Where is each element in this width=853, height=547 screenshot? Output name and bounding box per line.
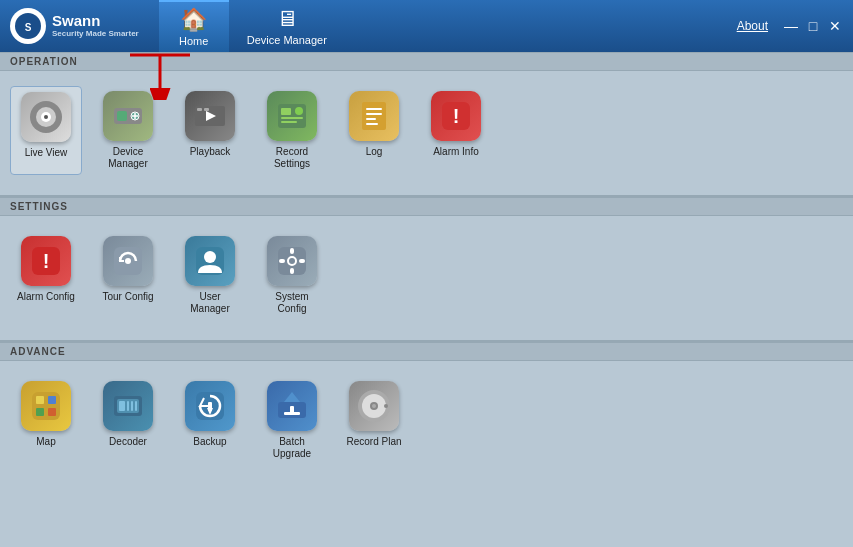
tab-home[interactable]: 🏠 Home	[159, 0, 229, 52]
system-config-icon	[274, 243, 310, 279]
backup-label: Backup	[193, 436, 226, 448]
tab-device-manager[interactable]: 🖥 Device Manager	[229, 0, 345, 52]
svg-rect-22	[366, 108, 382, 110]
svg-rect-42	[36, 396, 44, 404]
map-icon-box	[21, 381, 71, 431]
svg-point-33	[204, 251, 216, 263]
device-manager-icon: 🖥	[276, 6, 298, 32]
app-icon-live-view[interactable]: Live View	[10, 86, 82, 175]
device-manager-icon	[110, 98, 146, 134]
live-view-label: Live View	[25, 147, 68, 159]
app-icon-map[interactable]: Map	[10, 376, 82, 465]
svg-rect-38	[290, 268, 294, 274]
close-button[interactable]: ✕	[827, 18, 843, 34]
svg-rect-45	[48, 408, 56, 416]
logo-sub-text: Security Made Smarter	[52, 30, 139, 39]
svg-rect-19	[281, 121, 297, 123]
svg-rect-44	[36, 408, 44, 416]
app-icon-user-manager[interactable]: User Manager	[174, 231, 246, 320]
batch-upgrade-icon	[274, 388, 310, 424]
live-view-icon	[28, 99, 64, 135]
svg-rect-54	[208, 402, 212, 411]
about-link[interactable]: About	[737, 19, 768, 33]
playback-label: Playback	[190, 146, 231, 158]
app-icon-record-plan[interactable]: Record Plan	[338, 376, 410, 465]
device-manager-icon-box	[103, 91, 153, 141]
app-icon-log[interactable]: Log	[338, 86, 410, 175]
app-icon-alarm-config[interactable]: ! Alarm Config	[10, 231, 82, 320]
title-bar: S Swann Security Made Smarter 🏠 Home 🖥 D…	[0, 0, 853, 52]
record-plan-icon	[356, 388, 392, 424]
svg-rect-43	[48, 396, 56, 404]
home-icon: 🏠	[180, 7, 207, 33]
svg-text:!: !	[453, 105, 460, 127]
svg-rect-24	[366, 118, 376, 120]
restore-button[interactable]: □	[805, 18, 821, 34]
app-icon-backup[interactable]: Backup	[174, 376, 246, 465]
svg-point-20	[295, 107, 303, 115]
app-icon-batch-upgrade[interactable]: BatchUpgrade	[256, 376, 328, 465]
section-advance: Map Decoder	[0, 361, 853, 485]
svg-marker-56	[284, 392, 300, 402]
svg-rect-41	[32, 392, 60, 420]
app-icon-alarm-info[interactable]: ! Alarm Info	[420, 86, 492, 175]
alarm-config-label: Alarm Config	[17, 291, 75, 303]
record-settings-icon-box	[267, 91, 317, 141]
tour-config-icon	[110, 243, 146, 279]
playback-icon-box	[185, 91, 235, 141]
svg-rect-17	[281, 108, 291, 115]
section-label-advance: ADVANCE	[0, 342, 853, 361]
record-plan-icon-box	[349, 381, 399, 431]
app-icon-system-config[interactable]: SystemConfig	[256, 231, 328, 320]
svg-point-63	[384, 404, 388, 408]
log-icon	[356, 98, 392, 134]
svg-rect-25	[366, 123, 378, 125]
logo: S Swann Security Made Smarter	[10, 8, 139, 44]
tour-config-icon-box	[103, 236, 153, 286]
svg-rect-49	[127, 401, 129, 411]
svg-point-36	[289, 258, 295, 264]
decoder-icon-box	[103, 381, 153, 431]
app-icon-tour-config[interactable]: Tour Config	[92, 231, 164, 320]
section-label-settings: SETTINGS	[0, 197, 853, 216]
svg-rect-15	[204, 108, 209, 111]
user-manager-icon	[192, 243, 228, 279]
app-icon-playback[interactable]: Playback	[174, 86, 246, 175]
svg-rect-21	[362, 102, 386, 130]
minimize-button[interactable]: —	[783, 18, 799, 34]
alarm-info-icon: !	[438, 98, 474, 134]
batch-upgrade-icon-box	[267, 381, 317, 431]
svg-point-8	[44, 115, 48, 119]
alarm-config-icon: !	[28, 243, 64, 279]
backup-icon	[192, 388, 228, 424]
svg-rect-40	[299, 259, 305, 263]
record-plan-label: Record Plan	[346, 436, 401, 448]
nav-tabs: 🏠 Home 🖥 Device Manager	[159, 0, 345, 52]
map-label: Map	[36, 436, 55, 448]
decoder-icon	[110, 388, 146, 424]
system-config-label: SystemConfig	[275, 291, 308, 315]
svg-rect-50	[131, 401, 133, 411]
playback-icon	[192, 98, 228, 134]
svg-rect-37	[290, 248, 294, 254]
live-view-icon-box	[21, 92, 71, 142]
alarm-info-label: Alarm Info	[433, 146, 479, 158]
svg-rect-51	[135, 401, 137, 411]
logo-circle: S	[10, 8, 46, 44]
svg-point-62	[372, 404, 376, 408]
svg-rect-18	[281, 117, 303, 119]
svg-text:S: S	[25, 22, 32, 33]
svg-rect-23	[366, 113, 382, 115]
tour-config-label: Tour Config	[102, 291, 153, 303]
window-controls: — □ ✕	[783, 18, 843, 34]
title-bar-right: About — □ ✕	[737, 18, 843, 34]
system-config-icon-box	[267, 236, 317, 286]
svg-rect-14	[197, 108, 202, 111]
app-icon-decoder[interactable]: Decoder	[92, 376, 164, 465]
app-icon-record-settings[interactable]: RecordSettings	[256, 86, 328, 175]
alarm-config-icon-box: !	[21, 236, 71, 286]
svg-rect-58	[284, 412, 300, 415]
decoder-label: Decoder	[109, 436, 147, 448]
svg-text:!: !	[43, 250, 50, 272]
log-icon-box	[349, 91, 399, 141]
